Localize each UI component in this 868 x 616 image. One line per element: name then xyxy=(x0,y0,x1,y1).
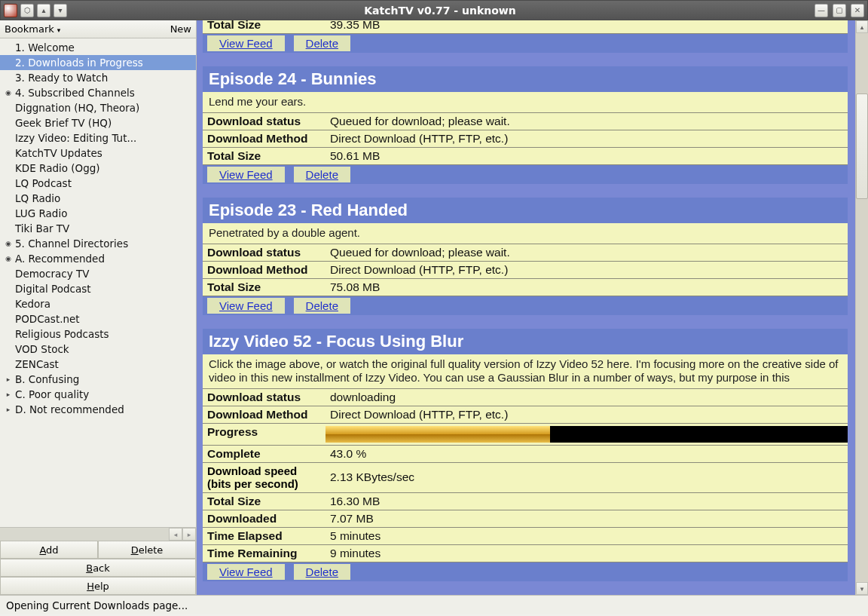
maximize-button[interactable]: ▢ xyxy=(833,4,846,17)
tree-channel[interactable]: Geek Brief TV (HQ) xyxy=(0,115,196,130)
view-feed-button[interactable]: View Feed xyxy=(207,35,285,51)
label-size: Total Size xyxy=(203,279,326,296)
tree-poor-quality[interactable]: ▸C. Poor quality xyxy=(0,387,196,402)
tree-channel[interactable]: KDE Radio (Ogg) xyxy=(0,161,196,176)
episode-description: Click the image above, or watch the orig… xyxy=(203,354,848,390)
tree-welcome[interactable]: 1. Welcome xyxy=(0,40,196,55)
tree-directory[interactable]: ZENCast xyxy=(0,357,196,372)
rolldown-button[interactable]: ▾ xyxy=(53,4,67,17)
expand-icon[interactable]: ◉ xyxy=(3,251,14,266)
value-method: Direct Download (HTTP, FTP, etc.) xyxy=(326,130,848,147)
delete-episode-button[interactable]: Delete xyxy=(294,298,350,314)
tree-confusing[interactable]: ▸B. Confusing xyxy=(0,372,196,387)
tree-channel[interactable]: LQ Podcast xyxy=(0,176,196,191)
downloads-panel: Download MethodDirect Download (HTTP, FT… xyxy=(197,20,855,595)
collapse-icon[interactable]: ▸ xyxy=(3,402,14,417)
episode-description: Lend me your ears. xyxy=(203,92,848,113)
delete-episode-button[interactable]: Delete xyxy=(294,35,350,51)
tree-downloads-in-progress[interactable]: 2. Downloads in Progress xyxy=(0,55,196,70)
value-status: Queued for download; please wait. xyxy=(326,244,848,261)
value-size: 50.61 MB xyxy=(326,148,848,164)
label-size: Total Size xyxy=(203,20,326,33)
help-button[interactable]: Help xyxy=(0,577,196,595)
tree-directory[interactable]: Kedora xyxy=(0,296,196,311)
value-method: Direct Download (HTTP, FTP, etc.) xyxy=(326,262,848,278)
episode-card: Episode 23 - Red Handed Penetrated by a … xyxy=(203,198,848,315)
tree-channel[interactable]: Tiki Bar TV xyxy=(0,221,196,236)
window-title: KatchTV v0.77 - unknown xyxy=(67,5,813,17)
delete-episode-button[interactable]: Delete xyxy=(294,564,350,580)
tree-channel[interactable]: KatchTV Updates xyxy=(0,146,196,161)
delete-button[interactable]: Delete xyxy=(98,541,196,559)
status-text: Opening Current Downloads page... xyxy=(6,599,188,611)
episode-actions: View Feed Delete xyxy=(203,165,848,184)
tree-channel[interactable]: Izzy Video: Editing Tut... xyxy=(0,130,196,146)
label-method: Download Method xyxy=(203,262,326,278)
episode-title: Izzy Video 52 - Focus Using Blur xyxy=(203,329,848,354)
bookmark-dropdown[interactable]: Bookmark▾ xyxy=(5,23,60,35)
sidebar: Bookmark▾ New 1. Welcome 2. Downloads in… xyxy=(0,20,197,595)
episode-title: Episode 24 - Bunnies xyxy=(203,66,848,92)
episode-actions: View Feed Delete xyxy=(203,562,848,581)
tree-directory[interactable]: Religious Podcasts xyxy=(0,326,196,342)
value-speed: 2.13 KBytes/sec xyxy=(326,463,848,492)
label-method: Download Method xyxy=(203,406,326,423)
value-remaining: 9 minutes xyxy=(326,545,848,562)
episode-actions: View Feed Delete xyxy=(203,34,848,53)
tree-channel[interactable]: LUG Radio xyxy=(0,206,196,221)
label-status: Download status xyxy=(203,244,326,261)
view-feed-button[interactable]: View Feed xyxy=(207,564,285,580)
progress-bar xyxy=(326,424,848,445)
label-status: Download status xyxy=(203,113,326,130)
tree-channel-directories[interactable]: ◉5. Channel Directories xyxy=(0,236,196,251)
tree-channel[interactable]: Diggnation (HQ, Theora) xyxy=(0,100,196,115)
value-method: Direct Download (HTTP, FTP, etc.) xyxy=(326,406,848,423)
scroll-thumb[interactable] xyxy=(856,93,868,199)
collapse-icon[interactable]: ▸ xyxy=(3,372,14,387)
scroll-up-icon[interactable]: ▴ xyxy=(856,20,868,33)
tree-channel[interactable]: LQ Radio xyxy=(0,191,196,206)
tree-directory[interactable]: Democracy TV xyxy=(0,266,196,281)
sidebar-header: Bookmark▾ New xyxy=(0,20,196,38)
delete-episode-button[interactable]: Delete xyxy=(294,167,350,182)
scroll-down-icon[interactable]: ▾ xyxy=(856,582,868,595)
back-button[interactable]: Back xyxy=(0,559,196,577)
value-status: downloading xyxy=(326,389,848,406)
view-feed-button[interactable]: View Feed xyxy=(207,167,285,182)
label-status: Download status xyxy=(203,389,326,406)
view-feed-button[interactable]: View Feed xyxy=(207,298,285,314)
tree-not-recommended[interactable]: ▸D. Not recommended xyxy=(0,402,196,417)
sticky-button[interactable]: ⬡ xyxy=(20,4,34,17)
collapse-icon[interactable]: ▸ xyxy=(3,387,14,402)
value-size: 39.35 MB xyxy=(326,20,848,33)
value-status: Queued for download; please wait. xyxy=(326,113,848,130)
label-size: Total Size xyxy=(203,148,326,164)
new-column[interactable]: New xyxy=(170,23,191,35)
tree-directory[interactable]: PODCast.net xyxy=(0,311,196,326)
status-bar: Opening Current Downloads page... xyxy=(0,595,868,614)
value-size: 75.08 MB xyxy=(326,279,848,296)
label-downloaded: Downloaded xyxy=(203,510,326,527)
episode-card: Download MethodDirect Download (HTTP, FT… xyxy=(203,20,848,53)
sidebar-hscroll[interactable]: ◂▸ xyxy=(0,527,196,541)
tree-recommended[interactable]: ◉A. Recommended xyxy=(0,251,196,266)
tree-directory[interactable]: VOD Stock xyxy=(0,342,196,357)
tree-subscribed-channels[interactable]: ◉4. Subscribed Channels xyxy=(0,85,196,100)
expand-icon[interactable]: ◉ xyxy=(3,236,14,251)
app-menu-icon[interactable] xyxy=(4,4,17,17)
label-size: Total Size xyxy=(203,493,326,510)
minimize-button[interactable]: — xyxy=(815,4,828,17)
rollup-button[interactable]: ▴ xyxy=(37,4,50,17)
add-button[interactable]: Add xyxy=(0,541,98,559)
content-vscroll[interactable]: ▴ ▾ xyxy=(855,20,868,595)
episode-description: Penetrated by a double agent. xyxy=(203,223,848,244)
episode-card: Episode 24 - Bunnies Lend me your ears. … xyxy=(203,66,848,184)
label-speed: Download speed (bits per second) xyxy=(203,463,326,492)
tree-ready-to-watch[interactable]: 3. Ready to Watch xyxy=(0,70,196,85)
value-elapsed: 5 minutes xyxy=(326,528,848,544)
close-button[interactable]: ✕ xyxy=(851,4,864,17)
tree-directory[interactable]: Digital Podcast xyxy=(0,281,196,296)
expand-icon[interactable]: ◉ xyxy=(3,85,14,100)
label-elapsed: Time Elapsed xyxy=(203,528,326,544)
window-titlebar: ⬡ ▴ ▾ KatchTV v0.77 - unknown — ▢ ✕ xyxy=(0,0,868,20)
